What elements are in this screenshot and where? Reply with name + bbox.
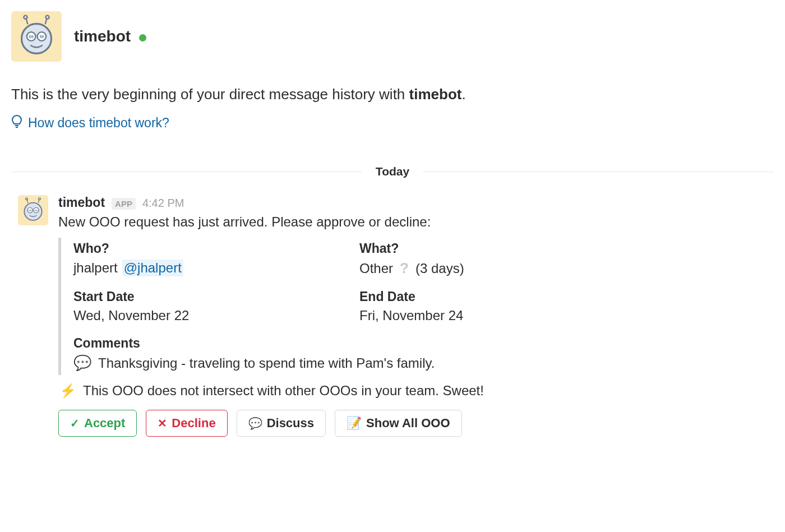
- show-all-ooo-button[interactable]: 📝 Show All OOO: [335, 410, 462, 437]
- message-sender[interactable]: timebot: [58, 195, 105, 210]
- field-comments-text: Thanksgiving - traveling to spend time w…: [98, 355, 435, 371]
- field-start-value: Wed, November 22: [73, 308, 354, 323]
- svg-text:09: 09: [29, 35, 34, 39]
- question-mark-icon: ?: [398, 260, 411, 277]
- message-timestamp: 4:42 PM: [142, 197, 184, 210]
- divider-line: [11, 172, 362, 172]
- presence-indicator: [139, 34, 146, 41]
- svg-point-11: [24, 203, 41, 220]
- field-end-title: End Date: [359, 289, 774, 304]
- intro-suffix: .: [461, 86, 465, 103]
- check-icon: ✓: [70, 418, 80, 429]
- message-header: timebot APP 4:42 PM: [58, 195, 774, 210]
- intro-bot-name: timebot: [409, 86, 462, 103]
- field-who-name: jhalpert: [73, 260, 118, 276]
- lightbulb-icon: [11, 114, 22, 131]
- svg-text:59: 59: [39, 35, 44, 39]
- message-text: New OOO request has just arrived. Please…: [58, 212, 774, 232]
- channel-header: 09 59 timebot: [11, 11, 774, 62]
- field-who: Who? jhalpert @jhalpert: [73, 241, 354, 277]
- divider-line: [423, 172, 774, 172]
- robot-icon: 09 59: [15, 15, 58, 58]
- svg-point-0: [21, 24, 51, 53]
- svg-point-6: [24, 16, 27, 19]
- channel-name: timebot: [74, 27, 131, 45]
- robot-icon: 09 59: [20, 197, 46, 223]
- field-end-date: End Date Fri, November 24: [359, 289, 774, 323]
- svg-point-19: [39, 198, 41, 200]
- svg-point-17: [26, 198, 28, 200]
- svg-point-8: [45, 16, 49, 19]
- svg-text:09: 09: [29, 209, 31, 212]
- field-end-value: Fri, November 24: [359, 308, 774, 323]
- speech-bubble-icon: 💬: [73, 354, 91, 372]
- field-what: What? Other ? (3 days): [359, 241, 774, 277]
- svg-text:59: 59: [35, 209, 38, 212]
- field-comments-title: Comments: [73, 336, 774, 351]
- memo-icon: 📝: [347, 417, 362, 429]
- message: 09 59 timebot APP 4:42 PM New OOO reques…: [11, 195, 774, 437]
- show-all-ooo-label: Show All OOO: [366, 416, 450, 431]
- intro-prefix: This is the very beginning of your direc…: [11, 86, 409, 103]
- discuss-button-label: Discuss: [267, 416, 314, 431]
- accept-button[interactable]: ✓ Accept: [58, 410, 137, 437]
- field-who-title: Who?: [73, 241, 354, 256]
- help-link-text: How does timebot work?: [28, 115, 169, 131]
- speech-bubble-icon: 💬: [248, 418, 262, 429]
- day-divider-label: Today: [362, 165, 423, 178]
- accept-button-label: Accept: [84, 416, 125, 431]
- decline-button[interactable]: ✕ Decline: [146, 410, 227, 437]
- bot-avatar-large: 09 59: [11, 11, 62, 62]
- field-start-date: Start Date Wed, November 22: [73, 289, 354, 323]
- field-what-duration: (3 days): [415, 261, 464, 276]
- field-comments: Comments 💬 Thanksgiving - traveling to s…: [73, 336, 774, 372]
- action-buttons: ✓ Accept ✕ Decline 💬 Discuss 📝 Show All …: [58, 410, 774, 437]
- app-badge: APP: [112, 198, 136, 210]
- zap-icon: ⚡: [59, 383, 76, 399]
- bot-avatar-small: 09 59: [18, 195, 48, 225]
- decline-button-label: Decline: [172, 416, 215, 431]
- x-icon: ✕: [158, 418, 167, 429]
- user-mention[interactable]: @jhalpert: [122, 260, 183, 276]
- discuss-button[interactable]: 💬 Discuss: [237, 410, 326, 437]
- field-what-title: What?: [359, 241, 774, 256]
- day-divider: Today: [11, 165, 774, 178]
- dm-intro-text: This is the very beginning of your direc…: [11, 84, 774, 104]
- attachment-footer-text: This OOO does not intersect with other O…: [83, 383, 484, 399]
- message-attachment: Who? jhalpert @jhalpert What? Other ? (3…: [58, 238, 774, 375]
- attachment-footer: ⚡ This OOO does not intersect with other…: [58, 383, 774, 399]
- field-what-type: Other: [359, 261, 393, 276]
- help-link[interactable]: How does timebot work?: [11, 114, 169, 131]
- field-start-title: Start Date: [73, 289, 354, 304]
